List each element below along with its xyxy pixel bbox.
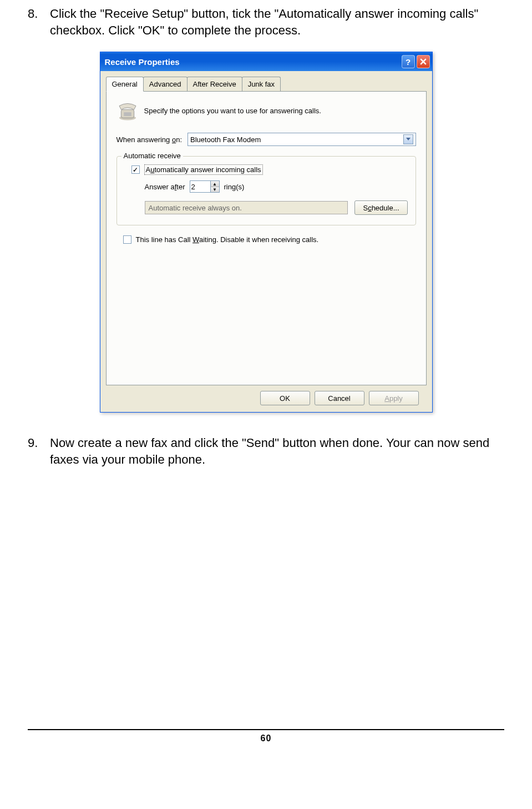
tab-strip: General Advanced After Receive Junk fax: [106, 77, 427, 91]
rings-up-button[interactable]: ▲: [210, 181, 219, 187]
tab-after-receive[interactable]: After Receive: [187, 77, 242, 91]
receive-properties-dialog: Receive Properties ? General Advanced Af…: [100, 52, 433, 413]
rings-down-button[interactable]: ▼: [210, 187, 219, 193]
step-8: 8. Click the "Receive Setup" button, tic…: [28, 6, 504, 38]
receive-status-text: Automatic receive always on.: [149, 204, 242, 212]
modem-select[interactable]: Bluetooth Fax Modem: [188, 133, 416, 146]
modem-select-value: Bluetooth Fax Modem: [190, 135, 261, 144]
step-9-number: 9.: [28, 435, 50, 468]
apply-button[interactable]: Apply: [369, 391, 419, 405]
svg-rect-2: [124, 113, 131, 117]
close-button[interactable]: [417, 55, 430, 68]
auto-answer-label: Automatically answer incoming calls: [144, 164, 263, 175]
schedule-button[interactable]: Schedule...: [354, 200, 407, 215]
automatic-receive-group: Automatic receive Automatically answer i…: [116, 156, 416, 225]
step-8-number: 8.: [28, 6, 50, 38]
tab-general[interactable]: General: [106, 77, 144, 92]
call-waiting-checkbox[interactable]: [123, 235, 131, 244]
rings-input[interactable]: 2 ▲ ▼: [190, 180, 220, 193]
group-legend: Automatic receive: [121, 152, 183, 160]
close-icon: [420, 58, 427, 65]
step-8-text: Click the "Receive Setup" button, tick t…: [50, 6, 504, 38]
cancel-button[interactable]: Cancel: [315, 391, 364, 405]
when-answering-label: When answering on:: [116, 135, 183, 144]
page-number: 60: [0, 730, 532, 755]
intro-text: Specify the options you want to use for …: [144, 107, 321, 115]
tab-advanced[interactable]: Advanced: [143, 77, 188, 91]
auto-answer-checkbox[interactable]: [131, 165, 140, 174]
rings-value: 2: [191, 183, 195, 191]
rings-suffix: ring(s): [224, 183, 245, 191]
dropdown-arrow-icon: [403, 134, 413, 144]
titlebar[interactable]: Receive Properties ?: [100, 52, 432, 71]
tab-junk-fax[interactable]: Junk fax: [242, 77, 281, 91]
help-button[interactable]: ?: [402, 55, 415, 68]
ok-button[interactable]: OK: [260, 391, 310, 405]
step-9: 9. Now create a new fax and click the "S…: [28, 435, 504, 468]
call-waiting-label: This line has Call Waiting. Disable it w…: [136, 235, 319, 244]
phone-icon: [116, 99, 139, 122]
receive-status-field: Automatic receive always on.: [145, 201, 348, 214]
step-9-text: Now create a new fax and click the "Send…: [50, 435, 504, 468]
dialog-title: Receive Properties: [105, 57, 402, 67]
answer-after-label: Answer after: [145, 183, 185, 191]
tab-panel-general: Specify the options you want to use for …: [106, 91, 427, 385]
